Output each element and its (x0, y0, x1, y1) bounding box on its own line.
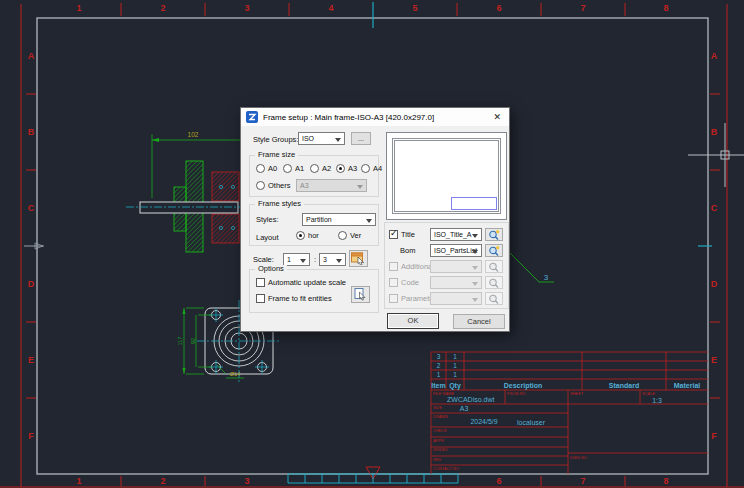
ruler-left-c: C (28, 203, 35, 213)
dim-width-text: 102 (188, 131, 199, 138)
code-select (430, 276, 482, 289)
browse-style-groups-button[interactable]: ... (351, 132, 371, 145)
balloon-callout: 3 (510, 253, 554, 282)
tb-drawn-date-value: 2024/5/9 (470, 418, 497, 425)
radio-layout-hor-label: hor (308, 232, 319, 240)
dialog-title: Frame setup : Main frame-ISO-A3 [420.0x2… (263, 113, 434, 122)
ruler-top-8: 8 (663, 3, 668, 13)
title-checkbox[interactable] (389, 230, 398, 239)
preview-additional-button (485, 260, 503, 273)
bom-row-3-item: 3 (437, 353, 441, 360)
dim-flange-height-text: 117 (177, 337, 183, 346)
tb-scale-value: 1:3 (652, 397, 662, 404)
radio-size-a2[interactable] (310, 164, 319, 173)
styles-select[interactable]: Partition (302, 213, 376, 226)
bom-style-value: ISO_PartsList (434, 247, 477, 254)
tb-issued-label: ISSUED (433, 447, 448, 452)
magnifier-icon-disabled (487, 293, 501, 304)
close-icon[interactable]: ✕ (490, 112, 504, 122)
bom-header-standard: Standard (609, 382, 639, 389)
preview-title-block (451, 197, 497, 210)
tb-size-value: A3 (460, 405, 469, 412)
bom-header-material: Material (674, 382, 701, 389)
tb-rev-label: REV (433, 457, 442, 462)
ruler-left-f: F (28, 431, 34, 441)
bom-style-select[interactable]: ISO_PartsList (430, 244, 482, 257)
dialog-body: Style Groups: ISO ... Frame size A0 A1 (241, 126, 509, 331)
auto-update-scale-checkbox[interactable] (256, 278, 265, 287)
frame-setup-dialog: Frame setup : Main frame-ISO-A3 [420.0x2… (240, 107, 510, 332)
radio-size-a3-label: A3 (348, 165, 357, 173)
dim-hole-text: Ø14 (230, 371, 240, 377)
title-style-value: ISO_Title_A (434, 231, 471, 238)
scale-numerator-select[interactable]: 1 (283, 253, 310, 266)
tb-scale-label: SCALE (642, 391, 655, 396)
magnifier-icon-disabled (487, 261, 501, 272)
frame-to-fit-label: Frame to fit entities (268, 295, 332, 303)
cancel-button[interactable]: Cancel (453, 314, 505, 329)
radio-layout-ver[interactable] (338, 231, 347, 240)
pick-entities-icon (354, 288, 368, 301)
pick-entities-button[interactable] (351, 286, 370, 303)
radio-layout-hor[interactable] (296, 231, 305, 240)
preview-title-button[interactable] (485, 228, 503, 241)
frame-styles-group: Frame styles Styles: Partition Layout ho… (249, 204, 379, 246)
chevron-down-icon (472, 298, 478, 302)
preview-code-button (485, 276, 503, 289)
dialog-titlebar[interactable]: Frame setup : Main frame-ISO-A3 [420.0x2… (241, 108, 509, 126)
scale-denominator-select[interactable]: 3 (319, 253, 346, 266)
radio-size-a4-label: A4 (373, 165, 382, 173)
ok-button[interactable]: OK (387, 313, 439, 329)
ruler-bottom-1: 1 (76, 476, 81, 486)
style-groups-label: Style Groups: (253, 136, 298, 144)
radio-size-a4[interactable] (361, 164, 370, 173)
options-group-label: Options (255, 265, 287, 273)
code-checkbox (389, 278, 398, 287)
style-groups-select[interactable]: ISO (298, 132, 345, 145)
frame-to-fit-checkbox[interactable] (256, 294, 265, 303)
pick-scale-button[interactable] (349, 250, 368, 267)
tb-fscm-label: FSCM NO (507, 391, 525, 396)
ruler-left-e: E (28, 355, 34, 365)
bom-row-3-qty: 1 (453, 353, 457, 360)
scale-label: Scale: (253, 256, 274, 264)
additional-row-label: Additional (401, 263, 434, 271)
dim-bolt-spacing-text: 92 (190, 338, 196, 344)
scale-separator: : (314, 256, 316, 264)
title-style-select[interactable]: ISO_Title_A (430, 228, 482, 241)
radio-size-a0[interactable] (256, 164, 265, 173)
bom-row-1-item: 1 (437, 371, 441, 378)
tb-drawn-by-value: localuser (517, 419, 546, 426)
radio-size-a1-label: A1 (295, 165, 304, 173)
radio-size-a3[interactable] (336, 164, 345, 173)
preview-bom-button[interactable] (485, 244, 503, 257)
ruler-top-7: 7 (580, 3, 585, 13)
scale-denominator-value: 3 (323, 256, 327, 263)
parametric-select (430, 292, 482, 305)
title-row-label: Title (401, 231, 415, 239)
ruler-right-a: A (711, 51, 718, 61)
style-groups-value: ISO (302, 135, 314, 142)
title-bom-group: Title ISO_Title_A Bom ISO_PartsList (384, 222, 509, 309)
radio-size-others[interactable] (256, 181, 265, 190)
ruler-bottom-2: 2 (160, 476, 165, 486)
others-size-value: A3 (300, 182, 309, 189)
chevron-down-icon (472, 250, 478, 254)
ruler-bottom-8: 8 (663, 476, 668, 486)
magnifier-icon (487, 229, 501, 240)
tb-size-label: SIZE (433, 405, 442, 410)
ruler-bottom-6: 6 (496, 476, 501, 486)
magnifier-icon-disabled (487, 277, 501, 288)
ruler-left-a: A (28, 51, 35, 61)
options-group: Options Automatic update scale Frame to … (249, 269, 379, 313)
ruler-top-6: 6 (496, 3, 501, 13)
zwcad-app-icon (246, 111, 258, 123)
radio-size-a1[interactable] (283, 164, 292, 173)
bom-row-1-qty: 1 (453, 371, 457, 378)
chevron-down-icon (357, 185, 363, 189)
ruler-top-3: 3 (244, 3, 249, 13)
tb-drawn-label: DRAWN (433, 414, 448, 419)
folding-scale-comb (288, 474, 458, 483)
auto-update-scale-label: Automatic update scale (268, 279, 346, 287)
scale-numerator-value: 1 (287, 256, 291, 263)
